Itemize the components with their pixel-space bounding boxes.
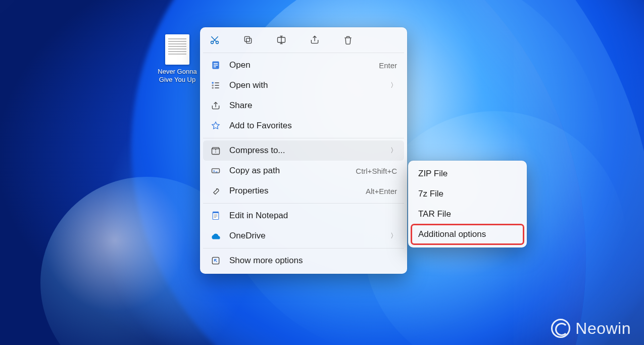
menu-properties-shortcut: Alt+Enter [366, 187, 397, 195]
chevron-right-icon: 〉 [390, 81, 397, 90]
copy-path-icon [210, 165, 221, 176]
svg-rect-14 [213, 212, 219, 213]
menu-open-with-label: Open with [229, 80, 382, 90]
separator [203, 248, 404, 249]
svg-rect-3 [244, 36, 250, 41]
cut-icon[interactable] [209, 34, 220, 45]
more-options-icon [210, 255, 221, 266]
wrench-icon [210, 185, 221, 196]
compress-icon [210, 145, 221, 156]
rename-icon[interactable] [276, 34, 287, 45]
delete-icon[interactable] [342, 34, 354, 45]
svg-rect-7 [214, 65, 218, 66]
share-icon[interactable] [309, 34, 320, 45]
context-menu: Open Enter Open with 〉 Share Add to Favo… [200, 27, 407, 274]
notepad-icon [210, 210, 221, 221]
menu-edit-notepad[interactable]: Edit in Notepad [203, 206, 404, 226]
menu-copy-path-label: Copy as path [229, 166, 348, 176]
svg-point-10 [212, 84, 214, 86]
compress-submenu: ZIP File 7z File TAR File Additional opt… [408, 161, 527, 248]
neowin-watermark: Neowin [551, 319, 631, 338]
submenu-additional-label: Additional options [418, 229, 486, 239]
menu-favorites[interactable]: Add to Favorites [203, 116, 404, 136]
context-action-row [203, 30, 404, 51]
svg-rect-8 [214, 67, 216, 68]
svg-point-9 [212, 82, 214, 84]
menu-open[interactable]: Open Enter [203, 55, 404, 75]
onedrive-icon [210, 230, 221, 241]
svg-point-11 [212, 87, 214, 89]
open-icon [210, 60, 221, 71]
svg-rect-2 [246, 38, 252, 43]
menu-open-shortcut: Enter [379, 61, 397, 70]
separator [203, 138, 404, 138]
submenu-zip[interactable]: ZIP File [411, 164, 524, 184]
menu-compress-label: Compress to... [229, 145, 382, 156]
submenu-7z[interactable]: 7z File [411, 184, 524, 204]
share-menu-icon [210, 100, 221, 111]
neowin-logo-icon [551, 319, 570, 338]
svg-rect-6 [214, 63, 218, 64]
submenu-7z-label: 7z File [418, 189, 443, 199]
chevron-right-icon: 〉 [390, 231, 397, 240]
neowin-text: Neowin [575, 319, 631, 338]
desktop-file-label: Never Gonna Give You Up [155, 68, 200, 84]
text-file-icon [165, 34, 189, 65]
menu-copy-path[interactable]: Copy as path Ctrl+Shift+C [203, 161, 404, 181]
separator [203, 203, 404, 204]
menu-properties[interactable]: Properties Alt+Enter [203, 181, 404, 201]
menu-copy-path-shortcut: Ctrl+Shift+C [356, 167, 397, 175]
menu-onedrive[interactable]: OneDrive 〉 [203, 226, 404, 246]
open-with-icon [210, 80, 221, 91]
menu-more-options-label: Show more options [229, 256, 397, 266]
copy-icon[interactable] [242, 34, 254, 45]
chevron-right-icon: 〉 [390, 146, 397, 155]
menu-more-options[interactable]: Show more options [203, 251, 404, 271]
menu-share-label: Share [229, 101, 397, 111]
menu-share[interactable]: Share [203, 95, 404, 116]
menu-edit-notepad-label: Edit in Notepad [229, 211, 397, 221]
submenu-zip-label: ZIP File [418, 169, 448, 178]
submenu-additional-options[interactable]: Additional options [411, 224, 524, 244]
menu-properties-label: Properties [229, 186, 358, 196]
submenu-tar[interactable]: TAR File [411, 204, 524, 224]
star-icon [210, 120, 221, 131]
menu-favorites-label: Add to Favorites [229, 121, 397, 131]
menu-onedrive-label: OneDrive [229, 231, 382, 241]
svg-point-1 [216, 41, 219, 44]
menu-open-label: Open [229, 60, 371, 70]
menu-compress[interactable]: Compress to... 〉 [203, 140, 404, 161]
svg-point-0 [211, 41, 214, 44]
submenu-tar-label: TAR File [418, 209, 451, 219]
desktop-file-icon[interactable]: Never Gonna Give You Up [155, 34, 200, 84]
separator [203, 53, 404, 53]
menu-open-with[interactable]: Open with 〉 [203, 75, 404, 95]
